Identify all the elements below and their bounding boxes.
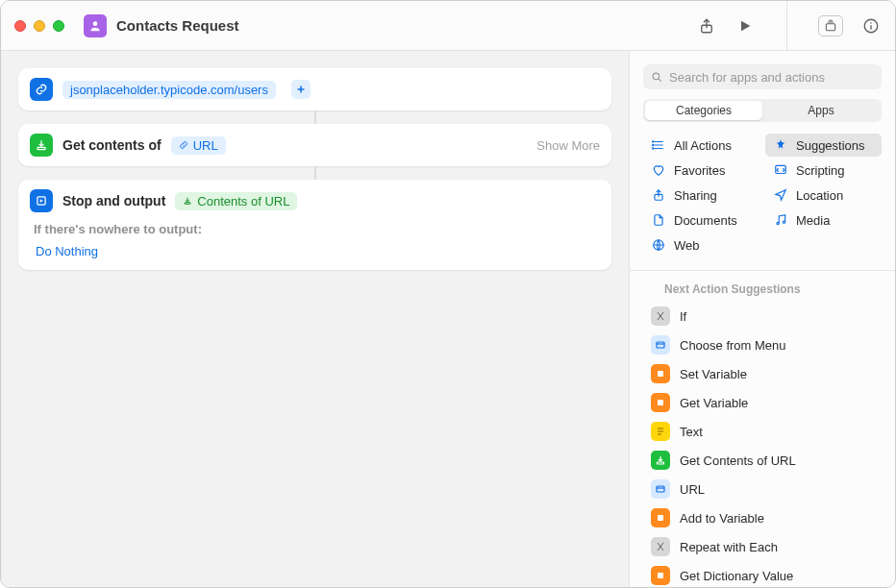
category-label: Location — [796, 188, 843, 203]
share-button[interactable] — [696, 15, 717, 37]
svg-point-9 — [653, 141, 654, 142]
svg-rect-17 — [657, 342, 664, 348]
suggestion-label: Get Variable — [680, 396, 748, 410]
suggestions-list: IfChoose from MenuSet VariableGet Variab… — [630, 302, 895, 587]
category-scripting[interactable]: Scripting — [765, 159, 882, 182]
link-icon — [30, 78, 53, 101]
zoom-window-button[interactable] — [53, 20, 64, 32]
category-documents[interactable]: Documents — [643, 208, 759, 232]
svg-rect-7 — [185, 203, 190, 205]
svg-point-8 — [653, 73, 660, 80]
shortcut-app-icon — [84, 14, 107, 37]
svg-point-15 — [783, 221, 784, 223]
category-label: Media — [796, 213, 830, 228]
minimize-window-button[interactable] — [34, 20, 45, 32]
category-label: Sharing — [674, 188, 717, 203]
suggestion-icon — [651, 422, 670, 441]
svg-rect-19 — [658, 400, 663, 405]
connector — [18, 166, 611, 180]
show-more-button[interactable]: Show More — [536, 138, 600, 153]
titlebar-actions — [696, 1, 882, 51]
location-icon — [773, 187, 788, 203]
suggestion-label: Get Dictionary Value — [680, 569, 793, 583]
svg-rect-20 — [658, 462, 664, 464]
category-label: All Actions — [674, 138, 732, 153]
suggestion-item[interactable]: URL — [643, 475, 882, 503]
suggestion-item[interactable]: Add to Variable — [643, 503, 882, 532]
svg-point-4 — [870, 22, 872, 24]
category-favorites[interactable]: Favorites — [643, 159, 759, 182]
suggestion-icon — [651, 508, 670, 527]
category-grid: All ActionsSuggestionsFavoritesScripting… — [630, 134, 895, 266]
category-web[interactable]: Web — [643, 233, 759, 257]
category-label: Web — [674, 238, 700, 253]
svg-point-10 — [653, 144, 654, 145]
svg-point-14 — [777, 222, 779, 224]
download-icon — [30, 134, 53, 157]
suggestion-label: Repeat with Each — [680, 540, 778, 554]
segment-apps[interactable]: Apps — [762, 101, 880, 120]
action-url[interactable]: jsonplaceholder.typicode.com/users — [18, 68, 611, 110]
url-token[interactable]: URL — [171, 136, 226, 155]
suggestion-icon — [651, 451, 670, 470]
connector — [18, 110, 611, 124]
url-value: jsonplaceholder.typicode.com/users — [70, 83, 268, 97]
token-label: Contents of URL — [197, 194, 289, 208]
library-panel: Search for apps and actions Categories A… — [629, 51, 895, 587]
segment-categories[interactable]: Categories — [645, 101, 762, 120]
documents-icon — [651, 212, 666, 228]
workflow-canvas[interactable]: jsonplaceholder.typicode.com/users Get c… — [1, 51, 629, 587]
suggestion-item[interactable]: Get Dictionary Value — [643, 561, 882, 587]
suggestion-label: URL — [680, 482, 705, 497]
suggestion-label: Add to Variable — [680, 511, 764, 526]
svg-rect-18 — [658, 371, 663, 377]
category-label: Scripting — [796, 163, 845, 178]
output-option[interactable]: Do Nothing — [30, 242, 600, 260]
sharing-icon — [651, 187, 666, 203]
action-get-contents[interactable]: Get contents of URL Show More — [18, 124, 611, 166]
category-suggestions[interactable]: Suggestions — [765, 134, 882, 157]
category-location[interactable]: Location — [765, 184, 882, 207]
info-button[interactable] — [860, 15, 882, 37]
close-window-button[interactable] — [14, 20, 26, 32]
suggestion-item[interactable]: If — [643, 302, 882, 331]
scripting-icon — [773, 162, 788, 178]
body: jsonplaceholder.typicode.com/users Get c… — [1, 51, 895, 587]
suggestion-item[interactable]: Text — [643, 417, 882, 446]
run-button[interactable] — [734, 15, 756, 37]
suggestion-item[interactable]: Get Variable — [643, 388, 882, 417]
svg-point-0 — [93, 21, 98, 26]
suggestion-label: Get Contents of URL — [680, 453, 796, 468]
suggestion-item[interactable]: Choose from Menu — [643, 331, 882, 359]
favorites-icon — [651, 162, 666, 178]
action-stop-output[interactable]: Stop and output Contents of URL If there… — [18, 180, 611, 270]
svg-point-11 — [653, 148, 654, 149]
category-sharing[interactable]: Sharing — [643, 184, 759, 207]
suggestion-item[interactable]: Get Contents of URL — [643, 446, 882, 475]
suggestions-icon — [773, 137, 788, 153]
category-media[interactable]: Media — [765, 208, 882, 232]
suggestion-item[interactable]: Repeat with Each — [643, 532, 882, 561]
titlebar: Contacts Request — [1, 1, 895, 51]
search-field[interactable]: Search for apps and actions — [643, 64, 882, 89]
svg-rect-21 — [657, 486, 664, 492]
output-icon — [30, 189, 53, 212]
search-placeholder: Search for apps and actions — [669, 70, 825, 85]
library-toggle-button[interactable] — [818, 15, 843, 37]
url-value-token[interactable]: jsonplaceholder.typicode.com/users — [62, 81, 276, 99]
suggestion-label: If — [680, 309, 686, 324]
svg-rect-23 — [658, 573, 663, 578]
suggestion-label: Choose from Menu — [680, 338, 786, 353]
media-icon — [773, 212, 788, 228]
add-url-button[interactable] — [291, 80, 311, 99]
contents-token[interactable]: Contents of URL — [175, 192, 297, 210]
svg-rect-22 — [658, 515, 663, 521]
output-sublabel: If there's nowhere to output: — [34, 222, 600, 236]
suggestion-item[interactable]: Set Variable — [643, 359, 882, 388]
category-all[interactable]: All Actions — [643, 134, 759, 157]
suggestion-icon — [651, 479, 670, 499]
suggestion-icon — [651, 335, 670, 355]
suggestion-icon — [651, 306, 670, 326]
segment-control: Categories Apps — [643, 99, 882, 122]
window-title: Contacts Request — [116, 17, 696, 34]
